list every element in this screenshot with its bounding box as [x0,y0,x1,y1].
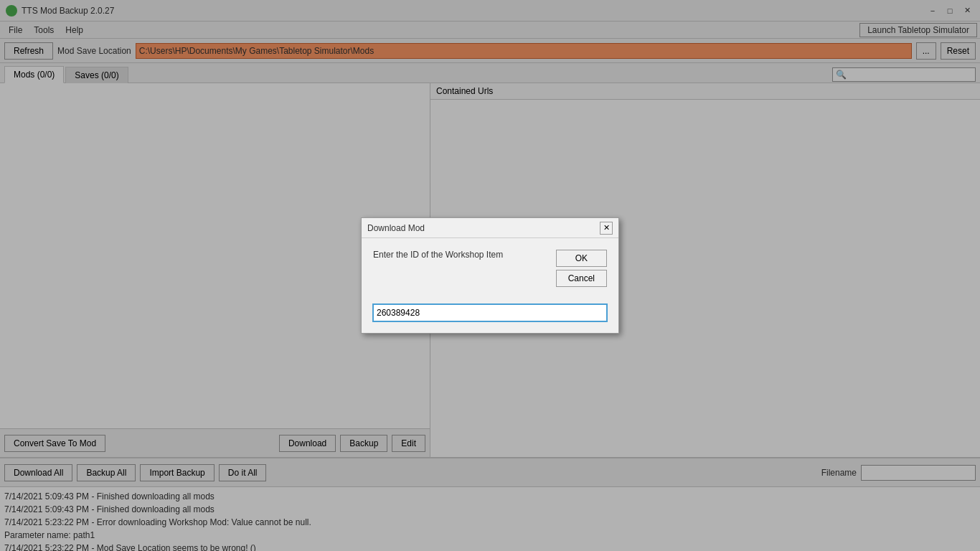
dialog-title-bar: Download Mod ✕ [362,218,618,238]
dialog-input-area [373,304,607,321]
dialog-cancel-button[interactable]: Cancel [556,270,607,287]
dialog-close-button[interactable]: ✕ [600,222,613,235]
dialog-ok-button[interactable]: OK [556,250,607,267]
dialog-body: Enter the ID of the Workshop Item OK Can… [362,238,618,333]
dialog-label: Enter the ID of the Workshop Item [373,250,547,260]
dialog-id-input[interactable] [373,304,607,321]
download-dialog: Download Mod ✕ Enter the ID of the Works… [361,217,619,334]
modal-overlay: Download Mod ✕ Enter the ID of the Works… [0,0,980,551]
dialog-buttons: OK Cancel [556,250,607,287]
dialog-title: Download Mod [367,223,600,233]
